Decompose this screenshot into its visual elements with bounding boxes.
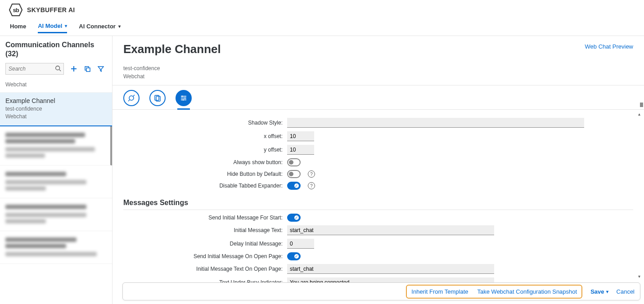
list-item-selected[interactable]: Example Channel test-confidence Webchat <box>0 93 112 127</box>
search-icon[interactable] <box>55 65 61 73</box>
cancel-button[interactable]: Cancel <box>617 288 635 295</box>
take-snapshot-button[interactable]: Take Webchat Configuration Snapshot <box>477 288 577 295</box>
save-button[interactable]: Save ▾ <box>590 288 608 295</box>
delay-initial-label: Delay Initial Message: <box>123 241 287 247</box>
meta-line: test-confidence <box>123 64 644 72</box>
shadow-style-input[interactable] <box>287 118 584 128</box>
svg-marker-7 <box>98 67 104 72</box>
x-offset-label: x offset: <box>123 133 287 139</box>
brand-name: SKYBUFFER AI <box>27 6 75 13</box>
svg-point-18 <box>182 99 184 100</box>
disable-tabbed-label: Disable Tabbed Expander: <box>123 183 287 189</box>
disable-tabbed-toggle[interactable] <box>287 182 301 190</box>
chevron-down-icon: ▾ <box>65 23 67 28</box>
send-initial-start-label: Send Initial Message For Start: <box>123 215 287 221</box>
channel-list: Webchat Example Channel test-confidence … <box>0 78 112 304</box>
form-scroll[interactable]: ▴ Shadow Style: x offset: y offset: Alwa… <box>113 110 644 304</box>
nav-ai-connector-label: AI Connector <box>79 23 116 30</box>
copy-icon[interactable] <box>84 65 91 72</box>
list-item-sub: test-confidence <box>5 105 107 113</box>
send-initial-open-label: Send Initial Message On Open Page: <box>123 253 287 259</box>
list-item-sub: Webchat <box>5 81 107 89</box>
svg-rect-6 <box>86 68 90 72</box>
y-offset-label: y offset: <box>123 147 287 153</box>
highlighted-actions: Inherit From Template Take Webchat Confi… <box>406 285 582 299</box>
svg-line-10 <box>133 95 135 96</box>
initial-message-text-input[interactable] <box>287 225 494 235</box>
inherit-from-template-button[interactable]: Inherit From Template <box>411 288 468 295</box>
always-show-button-label: Always show button: <box>123 159 287 165</box>
page-meta: test-confidence Webchat <box>113 58 644 85</box>
list-item[interactable] <box>0 126 112 165</box>
always-show-button-toggle[interactable] <box>287 158 301 166</box>
y-offset-input[interactable] <box>287 145 314 155</box>
list-item-title: Example Channel <box>5 97 107 104</box>
web-chat-preview-link[interactable]: Web Chat Preview <box>585 43 633 50</box>
svg-line-2 <box>59 70 61 72</box>
search-wrap <box>5 63 64 75</box>
svg-point-16 <box>184 97 185 98</box>
list-item[interactable] <box>0 165 112 198</box>
meta-line: Webchat <box>123 72 644 80</box>
nav-home[interactable]: Home <box>10 23 26 32</box>
chevron-down-icon: ▾ <box>118 24 121 29</box>
page-header: Example Channel Web Chat Preview <box>113 36 644 58</box>
svg-point-8 <box>129 96 134 100</box>
nav-ai-model[interactable]: AI Model ▾ <box>38 22 67 33</box>
shadow-style-label: Shadow Style: <box>123 120 287 126</box>
brand-logo: sb <box>9 3 23 17</box>
list-item-sub: Webchat <box>5 113 107 121</box>
hide-button-label: Hide Button by Default: <box>123 171 287 177</box>
hide-button-toggle[interactable] <box>287 170 301 178</box>
initial-message-text-label: Initial Message Text: <box>123 227 287 233</box>
send-initial-open-toggle[interactable] <box>287 252 301 260</box>
tab-template-icon[interactable] <box>149 90 166 106</box>
top-nav: Home AI Model ▾ AI Connector ▾ <box>0 20 644 36</box>
main: Example Channel Web Chat Preview test-co… <box>113 36 644 304</box>
list-item[interactable] <box>0 198 112 231</box>
footer-bar: Inherit From Template Take Webchat Confi… <box>122 282 640 300</box>
app-header: sb SKYBUFFER AI <box>0 0 644 20</box>
scroll-down-icon[interactable]: ▾ <box>638 274 640 279</box>
filter-icon[interactable] <box>97 65 104 72</box>
logo-text: sb <box>13 7 18 13</box>
x-offset-input[interactable] <box>287 131 314 141</box>
initial-open-text-input[interactable] <box>287 264 494 274</box>
list-item[interactable]: Webchat <box>0 78 112 93</box>
svg-line-9 <box>128 100 130 101</box>
scrollbar-thumb[interactable] <box>640 103 643 107</box>
help-icon[interactable]: ? <box>308 170 315 178</box>
nav-ai-connector[interactable]: AI Connector ▾ <box>79 23 121 32</box>
sidebar-title: Communication Channels (32) <box>0 36 112 61</box>
nav-ai-model-label: AI Model <box>38 22 62 29</box>
chevron-down-icon: ▾ <box>606 289 608 294</box>
sidebar: Communication Channels (32) Webchat Exam… <box>0 36 113 304</box>
tab-settings-icon[interactable] <box>176 90 192 106</box>
list-item[interactable] <box>0 231 112 264</box>
help-icon[interactable]: ? <box>308 182 315 189</box>
svg-point-14 <box>181 95 183 97</box>
sidebar-tools <box>0 61 112 78</box>
tab-connection-icon[interactable] <box>123 90 140 106</box>
delay-initial-input[interactable] <box>287 239 314 249</box>
initial-open-text-label: Initial Message Text On Open Page: <box>123 266 287 272</box>
svg-point-1 <box>56 66 60 70</box>
messages-settings-header: Messages Settings <box>123 199 633 210</box>
view-tabs <box>113 85 644 110</box>
add-icon[interactable] <box>70 65 77 72</box>
scroll-up-icon[interactable]: ▴ <box>638 112 640 116</box>
send-initial-start-toggle[interactable] <box>287 214 301 222</box>
page-title: Example Channel <box>123 42 221 56</box>
save-label: Save <box>590 288 604 295</box>
